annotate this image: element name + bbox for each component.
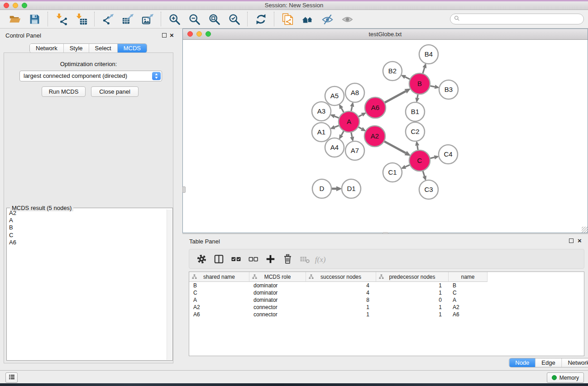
close-panel-button[interactable]: Close panel: [91, 86, 139, 97]
table-cell[interactable]: connector: [249, 311, 306, 318]
table-cell[interactable]: 8: [306, 296, 376, 304]
table-cell[interactable]: 1: [306, 304, 376, 311]
node-A4[interactable]: A4: [325, 138, 344, 157]
table-cell[interactable]: 4: [306, 282, 376, 289]
close-window-button[interactable]: [4, 3, 9, 8]
edge-C-C2[interactable]: [417, 146, 418, 150]
table-row[interactable]: A6connector11A6: [189, 311, 584, 318]
memory-button[interactable]: Memory: [547, 372, 584, 383]
edge-B-B4[interactable]: [423, 68, 425, 74]
node-C4[interactable]: C4: [439, 145, 458, 164]
criterion-dropdown[interactable]: largest connected component (directed): [19, 71, 162, 81]
column-header-predecessor-nodes[interactable]: predecessor nodes: [376, 272, 449, 282]
select-all-rows-button[interactable]: [229, 252, 243, 266]
open-session-share-button[interactable]: [280, 11, 295, 27]
import-table-button[interactable]: [73, 11, 89, 27]
network-maximize-button[interactable]: [206, 31, 211, 37]
table-cell[interactable]: A2: [449, 304, 488, 311]
edge-C-C1[interactable]: [405, 165, 410, 167]
show-panels-button[interactable]: [5, 372, 18, 383]
column-header-name[interactable]: name: [449, 272, 488, 282]
table-cell[interactable]: 1: [376, 311, 449, 318]
mcds-result-item[interactable]: A: [7, 217, 166, 224]
node-D1[interactable]: D1: [342, 179, 361, 198]
tab-select[interactable]: Select: [89, 44, 117, 52]
mcds-result-item[interactable]: A2: [7, 210, 166, 217]
table-cell[interactable]: 1: [376, 304, 449, 311]
search-box[interactable]: [450, 14, 584, 24]
column-header-shared-name[interactable]: shared name: [189, 272, 249, 282]
save-session-button[interactable]: [27, 11, 42, 27]
table-cell[interactable]: B: [449, 282, 488, 289]
table-cell[interactable]: dominator: [249, 282, 306, 289]
unselect-all-rows-button[interactable]: [246, 252, 260, 266]
zoom-in-button[interactable]: [167, 11, 182, 27]
column-header-successor-nodes[interactable]: successor nodes: [306, 272, 376, 282]
edge-B-B2[interactable]: [405, 77, 410, 79]
node-D[interactable]: D: [312, 179, 331, 198]
edge-B-B3[interactable]: [430, 86, 435, 87]
table-cell[interactable]: A: [189, 296, 249, 304]
table-cell[interactable]: A6: [189, 311, 249, 318]
node-B3[interactable]: B3: [439, 80, 458, 99]
export-network-button[interactable]: [100, 11, 115, 27]
mcds-result-item[interactable]: C: [7, 232, 166, 239]
table-cell[interactable]: A2: [189, 304, 249, 311]
tab-node-table[interactable]: Node Table: [509, 358, 535, 367]
settings-gear-button[interactable]: [195, 252, 208, 266]
edge-A-A1[interactable]: [335, 126, 339, 128]
edge-A-A8[interactable]: [351, 106, 352, 111]
splitter-handle-left[interactable]: [182, 186, 186, 193]
edge-A-A2[interactable]: [359, 127, 362, 129]
export-image-button[interactable]: [140, 11, 155, 27]
node-A5[interactable]: A5: [325, 86, 344, 105]
float-panel-icon[interactable]: [162, 33, 167, 38]
maximize-window-button[interactable]: [22, 3, 27, 8]
network-canvas[interactable]: B4B2BB3B1A5A8A6A3AA1C2A2A4A7C4CC1C3DD1: [183, 40, 588, 233]
import-network-button[interactable]: [53, 11, 69, 27]
toggle-column-button[interactable]: [212, 252, 225, 266]
edge-C-C3[interactable]: [423, 171, 425, 176]
node-A7[interactable]: A7: [345, 141, 364, 160]
tab-network[interactable]: Network: [30, 44, 63, 52]
table-row[interactable]: Bdominator41B: [189, 282, 584, 289]
node-A1[interactable]: A1: [312, 123, 331, 142]
node-B4[interactable]: B4: [419, 45, 438, 64]
node-C2[interactable]: C2: [406, 122, 425, 141]
tab-edge-table[interactable]: Edge Table: [535, 358, 561, 367]
close-panel-icon[interactable]: ×: [170, 32, 174, 38]
edge-A6-B[interactable]: [385, 91, 406, 103]
edge-C-C4[interactable]: [430, 157, 434, 158]
close-table-panel-icon[interactable]: ×: [578, 238, 582, 244]
result-list-scrollbar[interactable]: [167, 210, 172, 360]
run-mcds-button[interactable]: Run MCDS: [42, 86, 86, 97]
open-file-button[interactable]: [7, 11, 22, 27]
minimize-window-button[interactable]: [13, 3, 18, 8]
export-table-button[interactable]: [120, 11, 135, 27]
edge-A-A7[interactable]: [351, 133, 352, 137]
edge-A-A3[interactable]: [335, 116, 339, 118]
zoom-out-button[interactable]: [186, 11, 202, 27]
node-A3[interactable]: A3: [312, 102, 331, 121]
column-header-mcds-role[interactable]: MCDS role: [249, 272, 306, 282]
table-cell[interactable]: C: [189, 289, 249, 296]
edge-A2-C[interactable]: [384, 142, 406, 153]
window-resize-grip[interactable]: [582, 227, 588, 233]
node-C3[interactable]: C3: [419, 180, 438, 199]
node-C1[interactable]: C1: [383, 163, 402, 182]
edge-A-A5[interactable]: [341, 108, 344, 112]
network-minimize-button[interactable]: [196, 31, 202, 37]
function-builder-button[interactable]: f(x): [315, 252, 329, 266]
show-graphics-details-button[interactable]: [339, 11, 355, 27]
delete-row-button[interactable]: [281, 252, 294, 266]
table-row[interactable]: Cdominator41C: [189, 289, 584, 296]
tab-style[interactable]: Style: [63, 44, 89, 52]
table-cell[interactable]: dominator: [249, 289, 306, 296]
zoom-selected-button[interactable]: [226, 11, 242, 27]
tab-mcds[interactable]: MCDS: [117, 44, 147, 52]
table-cell[interactable]: A6: [449, 311, 488, 318]
network-close-button[interactable]: [187, 31, 193, 37]
node-A2[interactable]: A2: [364, 126, 385, 147]
tab-network-table[interactable]: Network Table: [561, 358, 588, 367]
refresh-layout-button[interactable]: [253, 11, 268, 27]
